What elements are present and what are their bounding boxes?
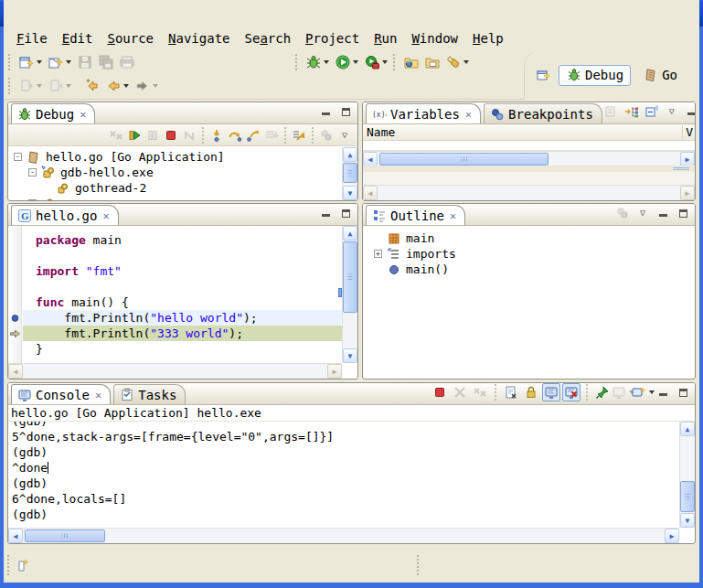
drop-to-frame-button[interactable] — [262, 126, 281, 144]
tab-console[interactable]: Console✕ — [11, 384, 111, 404]
show-type-names-button[interactable] — [602, 102, 621, 121]
close-tab-icon[interactable]: ✕ — [80, 108, 86, 121]
code-line[interactable]: fmt.Println("333 world"); — [23, 326, 342, 341]
stderr-console-button[interactable] — [562, 383, 581, 401]
menu-edit[interactable]: Edit — [55, 29, 101, 48]
perspective-debug[interactable]: Debug — [559, 65, 631, 86]
scroll-up-icon[interactable]: ▲ — [343, 226, 357, 241]
forward-button[interactable] — [132, 76, 161, 96]
folder-ball-button[interactable] — [400, 52, 421, 72]
scrollbar-thumb[interactable] — [25, 529, 105, 542]
code-line[interactable]: package main — [23, 232, 342, 248]
code-line[interactable]: func main() { — [23, 294, 342, 310]
open-console-button[interactable] — [634, 383, 652, 401]
new-project-button[interactable] — [45, 52, 74, 72]
dropdown-arrow-icon[interactable] — [66, 84, 71, 88]
dropdown-arrow-icon[interactable] — [382, 60, 388, 64]
menu-window[interactable]: Window — [404, 29, 465, 48]
view-menu-icon[interactable]: ▽ — [663, 102, 681, 121]
tree-item[interactable]: - — [10, 196, 342, 200]
logical-structure-button[interactable] — [623, 102, 641, 121]
code-line[interactable]: import "fmt" — [23, 263, 342, 279]
code-line[interactable]: fmt.Println("hello world"); — [23, 310, 342, 326]
prev-annotation-button[interactable] — [45, 76, 74, 96]
console-horizontal-scrollbar[interactable]: ◀ ▶ — [8, 528, 679, 543]
console-vertical-scrollbar[interactable]: ▲ ▼ — [679, 422, 695, 528]
scrollbar-thumb[interactable] — [343, 163, 357, 183]
tab-tasks[interactable]: Tasks — [113, 384, 186, 404]
tab-breakpoints[interactable]: Breakpoints — [484, 103, 602, 123]
clear-console-button[interactable] — [502, 383, 520, 401]
stdout-console-button[interactable] — [542, 383, 560, 401]
fastview-bar-icon[interactable] — [15, 557, 30, 572]
minimize-view-icon[interactable] — [654, 204, 672, 222]
print-button[interactable] — [116, 52, 137, 72]
code-line[interactable] — [23, 248, 342, 263]
remove-terminated-button[interactable] — [471, 383, 489, 401]
last-edit-location-button[interactable]: * — [81, 76, 102, 96]
minimize-view-icon[interactable] — [654, 383, 672, 401]
minimize-view-icon[interactable] — [316, 204, 335, 222]
dropdown-arrow-icon[interactable] — [353, 60, 358, 64]
terminate-button[interactable] — [162, 126, 180, 144]
scroll-down-icon[interactable]: ▼ — [343, 186, 357, 200]
collapse-icon[interactable]: - — [28, 199, 37, 200]
scroll-up-icon[interactable]: ▲ — [343, 147, 357, 162]
code-line[interactable]: } — [23, 341, 342, 357]
gray-circles-button[interactable] — [317, 126, 336, 144]
editor-gutter[interactable] — [8, 226, 22, 363]
tree-item[interactable]: +imports — [370, 246, 695, 262]
scroll-right-icon[interactable]: ▶ — [680, 152, 695, 166]
dropdown-arrow-icon[interactable] — [463, 60, 469, 64]
step-return-button[interactable] — [244, 126, 262, 144]
scroll-down-icon[interactable]: ▼ — [343, 348, 357, 363]
column-name[interactable]: Name — [363, 125, 395, 139]
tab-hello.go[interactable]: Ghello.go✕ — [11, 205, 119, 225]
display-console-button[interactable] — [613, 383, 632, 401]
code-line[interactable] — [23, 279, 342, 294]
maximize-view-icon[interactable] — [674, 383, 692, 401]
scroll-left-icon[interactable]: ◀ — [8, 529, 23, 543]
tree-item[interactable]: gothread-2 — [10, 180, 342, 196]
scrollbar-thumb[interactable] — [343, 241, 357, 313]
scrollbar-thumb[interactable] — [680, 481, 695, 512]
close-tab-icon[interactable]: ✕ — [95, 389, 101, 401]
step-over-button[interactable] — [226, 126, 244, 144]
menu-project[interactable]: Project — [298, 29, 367, 48]
scrollbar-thumb[interactable] — [379, 153, 549, 166]
terminate-button[interactable] — [431, 383, 449, 401]
maximize-view-icon[interactable] — [674, 204, 692, 222]
pin-console-button[interactable] — [593, 383, 612, 401]
minimize-view-icon[interactable] — [683, 102, 696, 121]
dropdown-arrow-icon[interactable] — [37, 84, 42, 88]
menu-help[interactable]: Help — [465, 29, 511, 48]
menu-navigate[interactable]: Navigate — [161, 29, 237, 48]
variables-detail-pane[interactable]: ◀ ▶ — [363, 172, 695, 200]
column-value[interactable]: V — [682, 125, 693, 139]
collapse-all-button[interactable] — [643, 102, 661, 121]
minimize-view-icon[interactable] — [316, 102, 335, 121]
console-output[interactable]: (gdb)5^done,stack-args=[frame={level="0"… — [8, 422, 679, 528]
suspend-button[interactable] — [144, 126, 162, 144]
folder-open-button[interactable] — [421, 52, 442, 72]
gray-circles-button[interactable] — [613, 204, 632, 222]
maximize-view-icon[interactable] — [336, 102, 355, 121]
resume-button[interactable] — [125, 126, 144, 144]
menu-file[interactable]: File — [9, 29, 55, 48]
open-perspective-button[interactable] — [532, 65, 553, 85]
debug-vertical-scrollbar[interactable]: ▲ ▼ — [342, 147, 357, 200]
menu-source[interactable]: Source — [100, 29, 161, 48]
overview-ruler-mark[interactable] — [338, 288, 342, 297]
dropdown-arrow-icon[interactable] — [123, 84, 129, 88]
tree-item[interactable]: -hello.go [Go Application] — [10, 149, 342, 165]
scroll-lock-button[interactable] — [522, 383, 540, 401]
tree-item[interactable]: main — [370, 230, 695, 246]
close-tab-icon[interactable]: ✕ — [102, 209, 109, 222]
close-tab-icon[interactable]: ✕ — [450, 209, 456, 222]
maximize-view-icon[interactable] — [336, 204, 355, 222]
scroll-left-icon[interactable]: ◀ — [363, 152, 378, 166]
dropdown-arrow-icon[interactable] — [66, 60, 71, 64]
perspective-go[interactable]: Go — [636, 66, 684, 85]
search-flashlight-button[interactable] — [442, 52, 472, 72]
view-menu-icon[interactable]: ▽ — [634, 204, 652, 222]
